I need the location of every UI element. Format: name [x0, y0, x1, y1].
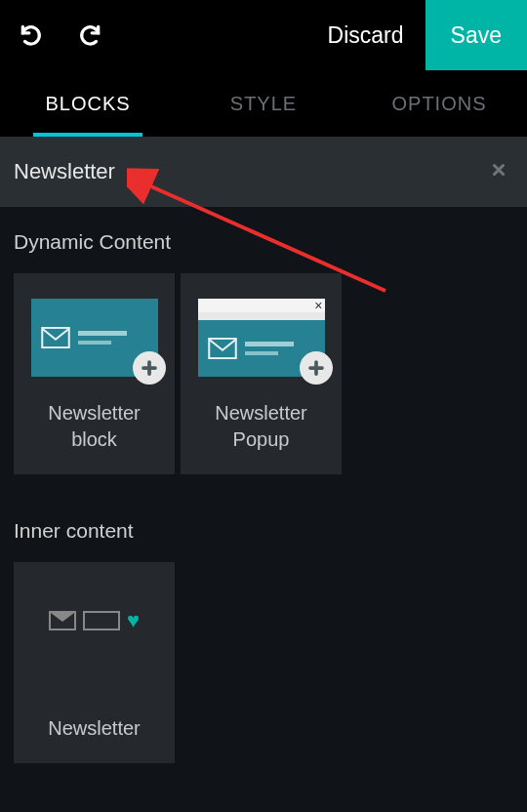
block-grid: ♥ Newsletter: [14, 562, 513, 763]
block-thumbnail: [31, 299, 158, 377]
top-toolbar: Discard Save: [0, 0, 527, 70]
undo-button[interactable]: [18, 21, 45, 49]
input-field-icon: [83, 611, 120, 630]
block-thumbnail: ♥: [38, 597, 150, 644]
envelope-icon: [41, 327, 70, 348]
search-input[interactable]: Newsletter: [14, 159, 490, 184]
discard-button[interactable]: Discard: [306, 0, 426, 70]
close-icon: [490, 161, 507, 179]
block-search-bar: Newsletter: [0, 137, 527, 207]
block-card-newsletter-popup[interactable]: × New: [181, 273, 342, 474]
envelope-icon: [208, 338, 237, 359]
block-thumbnail: ×: [198, 299, 325, 377]
section-title: Dynamic Content: [14, 230, 513, 254]
block-label: Newsletterblock: [48, 400, 140, 453]
block-label: NewsletterPopup: [215, 400, 306, 453]
text-lines-icon: [78, 331, 127, 345]
block-grid: Newsletterblock ×: [14, 273, 513, 474]
add-badge: [300, 351, 333, 385]
toolbar-history-group: [0, 21, 103, 49]
plus-icon: [141, 359, 158, 377]
plus-icon: [307, 359, 325, 377]
block-card-newsletter-block[interactable]: Newsletterblock: [14, 273, 175, 474]
redo-button[interactable]: [76, 21, 103, 49]
redo-icon: [77, 22, 102, 48]
panel-tabs: BLOCKS STYLE OPTIONS: [0, 70, 527, 137]
text-lines-icon: [245, 342, 294, 355]
popup-close-icon: ×: [314, 298, 322, 313]
tab-options[interactable]: OPTIONS: [351, 71, 527, 137]
save-button[interactable]: Save: [426, 0, 527, 70]
tab-blocks[interactable]: BLOCKS: [0, 71, 176, 137]
tab-style[interactable]: STYLE: [176, 71, 351, 137]
block-card-newsletter[interactable]: ♥ Newsletter: [14, 562, 175, 763]
block-label: Newsletter: [48, 715, 140, 742]
add-badge: [133, 351, 166, 385]
clear-search-button[interactable]: [490, 159, 507, 184]
section-title: Inner content: [14, 519, 513, 543]
popup-titlebar-icon: ×: [198, 299, 325, 312]
section-dynamic-content: Dynamic Content Newsletterblock: [0, 207, 527, 474]
undo-icon: [19, 22, 44, 48]
envelope-icon: [49, 611, 76, 630]
heart-icon: ♥: [127, 608, 140, 633]
section-inner-content: Inner content ♥ Newsletter: [0, 474, 527, 763]
